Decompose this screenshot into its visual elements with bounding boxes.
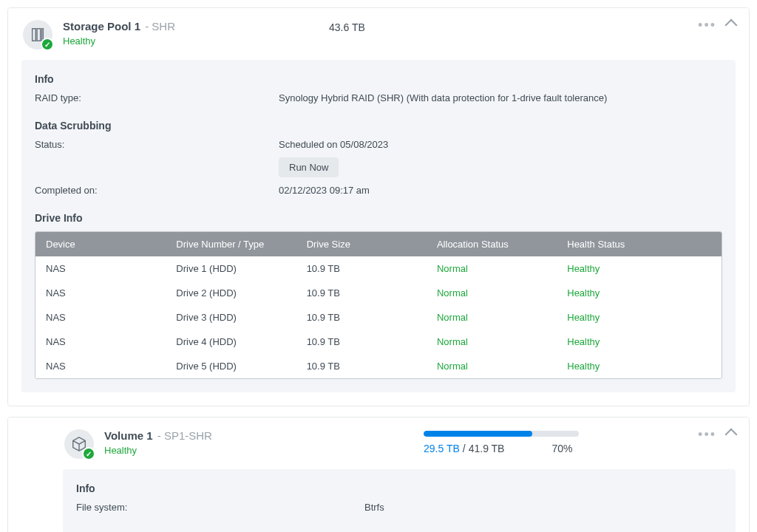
cell-alloc-status: Normal [427, 305, 557, 330]
status-check-icon: ✓ [41, 38, 54, 51]
cell-alloc-status: Normal [427, 354, 557, 378]
cell-device: NAS [35, 256, 166, 281]
cell-device: NAS [35, 305, 166, 330]
cell-drive-size: 10.9 TB [296, 354, 427, 378]
volume-percent: 70% [551, 443, 572, 454]
cell-drive-number: Drive 1 (HDD) [166, 256, 296, 281]
col-health: Health Status [557, 232, 722, 256]
cell-alloc-status: Normal [427, 330, 557, 354]
pool-status: Healthy [63, 35, 329, 47]
volume-title: Volume 1 [104, 429, 153, 442]
svg-rect-1 [37, 29, 41, 41]
col-size: Drive Size [296, 232, 427, 256]
table-row[interactable]: NASDrive 5 (HDD)10.9 TBNormalHealthy [35, 354, 722, 378]
svg-rect-0 [33, 29, 36, 41]
pool-more-menu[interactable]: ••• [698, 18, 716, 32]
volume-panel: ✓ Volume 1 - SP1-SHR Healthy 29.5 TB / 4… [7, 417, 750, 532]
cell-drive-number: Drive 5 (HDD) [166, 354, 296, 378]
scrub-status-label: Status: [35, 139, 279, 150]
pool-icon: ✓ [23, 20, 52, 50]
col-alloc: Allocation Status [427, 232, 557, 256]
scrub-completed-value: 02/12/2023 09:17 am [279, 185, 722, 196]
drive-table-header: Device Drive Number / Type Drive Size Al… [35, 232, 722, 256]
table-row[interactable]: NASDrive 2 (HDD)10.9 TBNormalHealthy [35, 281, 722, 305]
status-check-icon: ✓ [82, 447, 95, 460]
cell-health-status: Healthy [557, 330, 722, 354]
volume-usage: 29.5 TB / 41.9 TB 70% [424, 429, 734, 454]
drive-table: Device Drive Number / Type Drive Size Al… [35, 231, 722, 379]
scrub-status-value: Scheduled on 05/08/2023 [279, 139, 722, 150]
vol-info-heading: Info [76, 482, 722, 494]
volume-total: 41.9 TB [469, 443, 505, 454]
col-device: Device [35, 232, 166, 256]
volume-info-body: Info File system: Btrfs [63, 469, 736, 532]
pool-subtitle: - SHR [145, 20, 175, 33]
cell-drive-number: Drive 3 (HDD) [166, 305, 296, 330]
scrubbing-heading: Data Scrubbing [35, 120, 722, 132]
cell-alloc-status: Normal [427, 256, 557, 281]
cell-drive-size: 10.9 TB [296, 305, 427, 330]
cell-device: NAS [35, 281, 166, 305]
cell-health-status: Healthy [557, 281, 722, 305]
cell-drive-size: 10.9 TB [296, 256, 427, 281]
fs-value: Btrfs [364, 502, 722, 513]
pool-info-body: Info RAID type: Synology Hybrid RAID (SH… [21, 60, 736, 392]
cell-drive-size: 10.9 TB [296, 281, 427, 305]
raid-type-value: Synology Hybrid RAID (SHR) (With data pr… [279, 92, 722, 103]
cell-device: NAS [35, 354, 166, 378]
usage-sep: / [463, 443, 466, 454]
table-row[interactable]: NASDrive 3 (HDD)10.9 TBNormalHealthy [35, 305, 722, 330]
table-row[interactable]: NASDrive 1 (HDD)10.9 TBNormalHealthy [35, 256, 722, 281]
scrub-completed-label: Completed on: [35, 185, 279, 196]
table-row[interactable]: NASDrive 4 (HDD)10.9 TBNormalHealthy [35, 330, 722, 354]
cell-alloc-status: Normal [427, 281, 557, 305]
pool-title: Storage Pool 1 [63, 20, 140, 33]
pool-capacity: 43.6 TB [329, 20, 734, 33]
drive-info-heading: Drive Info [35, 212, 722, 224]
storage-pool-panel: ✓ Storage Pool 1 - SHR Healthy 43.6 TB •… [7, 7, 750, 406]
volume-used: 29.5 TB [424, 443, 460, 454]
pool-header: ✓ Storage Pool 1 - SHR Healthy 43.6 TB •… [8, 8, 749, 60]
usage-progress-fill [424, 431, 532, 437]
volume-title-block: Volume 1 - SP1-SHR Healthy [104, 429, 212, 456]
volume-subtitle: - SP1-SHR [157, 429, 212, 442]
cell-drive-number: Drive 4 (HDD) [166, 330, 296, 354]
info-heading: Info [35, 73, 722, 85]
volume-icon: ✓ [64, 429, 94, 459]
run-now-button[interactable]: Run Now [279, 157, 339, 177]
col-number: Drive Number / Type [166, 232, 296, 256]
volume-status: Healthy [104, 445, 212, 456]
volume-more-menu[interactable]: ••• [698, 428, 716, 441]
pool-title-block: Storage Pool 1 - SHR Healthy [63, 20, 329, 47]
cell-health-status: Healthy [557, 256, 722, 281]
volume-collapse-toggle[interactable] [725, 429, 738, 441]
cell-drive-number: Drive 2 (HDD) [166, 281, 296, 305]
usage-progress-bar [424, 431, 579, 437]
cell-device: NAS [35, 330, 166, 354]
cell-health-status: Healthy [557, 305, 722, 330]
raid-type-label: RAID type: [35, 92, 279, 103]
volume-header: ✓ Volume 1 - SP1-SHR Healthy 29.5 TB / 4… [8, 417, 749, 469]
cell-drive-size: 10.9 TB [296, 330, 427, 354]
pool-collapse-toggle[interactable] [725, 19, 738, 32]
cell-health-status: Healthy [557, 354, 722, 378]
fs-label: File system: [76, 502, 364, 513]
